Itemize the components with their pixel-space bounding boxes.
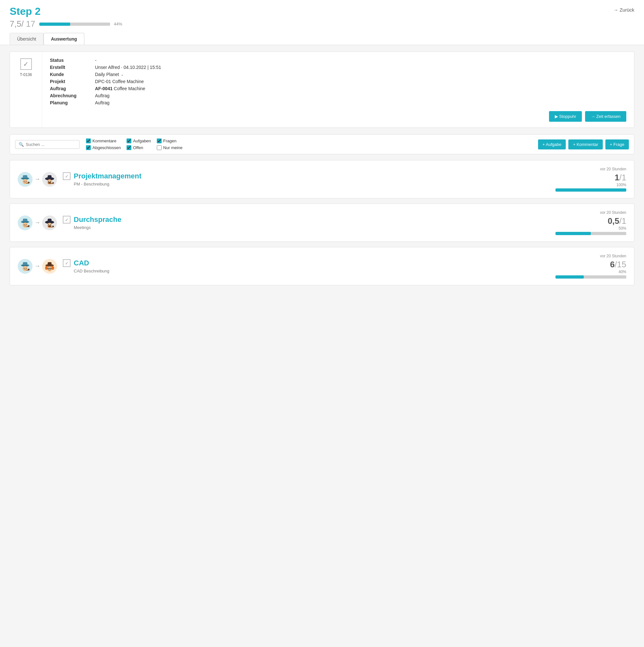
- abrechnung-value: Auftrag: [95, 93, 626, 98]
- cb-nur-meine[interactable]: Nur meine: [157, 145, 183, 150]
- stoppuhr-button[interactable]: ▶ Stoppuhr: [549, 111, 582, 122]
- task-check-small[interactable]: ✓: [63, 216, 71, 223]
- task-pct: 40%: [556, 270, 626, 274]
- task-check-small[interactable]: ✓: [63, 259, 71, 267]
- checkmark-icon: ✓: [23, 60, 29, 68]
- task-time-ago: vor 20 Stunden: [556, 210, 626, 215]
- progress-bar: [39, 22, 110, 26]
- status-value: -: [95, 58, 626, 63]
- svg-rect-39: [22, 265, 28, 266]
- arrow-icon: →: [34, 176, 40, 183]
- svg-point-24: [28, 225, 29, 227]
- task-row: → ✓ Durchsprache Meetings vor 20 S: [10, 204, 634, 242]
- task-pct: 100%: [556, 183, 626, 187]
- kunde-label: Kunde: [50, 72, 92, 77]
- task-row-title: ✓ Durchsprache: [63, 215, 550, 224]
- task-fraction: 1/1: [615, 172, 626, 182]
- tabs: Übersicht Auswertung: [10, 33, 634, 45]
- svg-point-26: [26, 224, 26, 225]
- planung-label: Planung: [50, 100, 92, 105]
- search-icon: 🔍: [19, 142, 24, 147]
- task-id: T-0136: [20, 72, 32, 77]
- svg-rect-29: [48, 219, 52, 223]
- svg-point-8: [26, 181, 26, 181]
- kunde-dropdown[interactable]: Daily Planet ⌄: [95, 72, 124, 77]
- svg-point-34: [48, 224, 49, 225]
- cb-kommentare[interactable]: Kommentare: [86, 139, 121, 143]
- task-check-small[interactable]: ✓: [63, 172, 71, 180]
- task-row-title: ✓ Projektmanagement: [63, 172, 550, 181]
- add-kommentar-button[interactable]: + Kommentar: [568, 139, 602, 149]
- auftrag-value: AF-0041 Coffee Machine: [95, 86, 626, 91]
- planung-value: Auftrag: [95, 100, 626, 105]
- task-info: ✓ Durchsprache Meetings: [63, 215, 550, 230]
- task-checkbox[interactable]: ✓: [20, 58, 32, 70]
- zeit-erfassen-button[interactable]: → Zeit erfassen: [585, 111, 626, 122]
- avatar-worker: [18, 172, 32, 187]
- task-row-desc: PM - Beschreibung: [74, 182, 550, 187]
- task-row: → ✓: [10, 160, 634, 198]
- task-stats: vor 20 Stunden 1/1 100%: [556, 167, 626, 192]
- kunde-value: Daily Planet ⌄: [95, 72, 626, 77]
- task-card-left: ✓ T-0136: [10, 52, 42, 128]
- task-row-desc: CAD Beschreibung: [74, 269, 550, 273]
- task-stats: vor 20 Stunden 0,5/1 50%: [556, 210, 626, 235]
- tab-ubersicht[interactable]: Übersicht: [10, 33, 44, 45]
- svg-point-44: [26, 268, 26, 268]
- chevron-down-icon: ⌄: [121, 72, 124, 77]
- task-card: ✓ T-0136 Status - Erstellt Unser Alfred …: [10, 52, 634, 128]
- task-buttons: ▶ Stoppuhr → Zeit erfassen: [50, 111, 626, 122]
- cb-abgeschlossen[interactable]: Abgeschlossen: [86, 145, 121, 150]
- cb-aufgaben[interactable]: Aufgaben: [127, 139, 151, 143]
- task-fraction: 0,5/1: [607, 216, 626, 226]
- step-score: 7,5/ 17: [10, 19, 35, 29]
- task-row-desc: Meetings: [74, 225, 550, 230]
- svg-rect-3: [22, 178, 28, 179]
- svg-point-33: [53, 225, 54, 227]
- arrow-icon: →: [34, 263, 40, 270]
- svg-point-42: [28, 269, 29, 270]
- svg-point-15: [53, 182, 54, 184]
- avatar-cad: [42, 259, 57, 274]
- svg-rect-11: [48, 175, 52, 179]
- action-buttons: + Aufgabe + Kommentar + Frage: [538, 139, 629, 149]
- task-progress-bar: [556, 232, 626, 235]
- add-aufgabe-button[interactable]: + Aufgabe: [538, 139, 566, 149]
- projekt-value: DPC-01 Coffee Machine: [95, 79, 626, 84]
- task-row-name: Durchsprache: [74, 215, 121, 224]
- add-frage-button[interactable]: + Frage: [605, 139, 629, 149]
- search-input[interactable]: [26, 142, 76, 147]
- filter-bar: 🔍 Kommentare Aufgaben Fragen Abgeschloss…: [10, 134, 634, 154]
- task-row-name: CAD: [74, 259, 89, 267]
- task-time-ago: vor 20 Stunden: [556, 167, 626, 171]
- filter-checkboxes: Kommentare Aufgaben Fragen Abgeschlossen…: [86, 139, 183, 150]
- cb-offen[interactable]: Offen: [127, 145, 151, 150]
- svg-point-49: [45, 266, 48, 270]
- svg-point-50: [52, 266, 54, 270]
- tab-auswertung[interactable]: Auswertung: [44, 33, 84, 45]
- task-card-right: Status - Erstellt Unser Alfred · 04.10.2…: [42, 52, 634, 128]
- avatar-group: →: [18, 172, 57, 187]
- step-title: Step 2: [10, 6, 634, 17]
- avatar-worker: [18, 259, 32, 274]
- avatar-detective: [42, 215, 57, 230]
- auftrag-label: Auftrag: [50, 86, 92, 91]
- projekt-label: Projekt: [50, 79, 92, 84]
- svg-point-17: [50, 181, 51, 182]
- cb-fragen[interactable]: Fragen: [157, 139, 183, 143]
- back-button[interactable]: → Zurück: [614, 7, 634, 13]
- erstellt-label: Erstellt: [50, 65, 92, 70]
- avatar-group: →: [18, 259, 57, 274]
- svg-point-35: [50, 224, 51, 225]
- task-row-name: Projektmanagement: [74, 172, 141, 181]
- task-fraction: 6/15: [610, 260, 626, 269]
- svg-point-7: [24, 181, 24, 181]
- search-wrap[interactable]: 🔍: [15, 140, 79, 149]
- svg-point-43: [24, 268, 24, 268]
- avatar-group: →: [18, 215, 57, 230]
- task-row-title: ✓ CAD: [63, 259, 550, 267]
- progress-percent: 44%: [114, 21, 122, 26]
- status-label: Status: [50, 58, 92, 63]
- svg-point-25: [24, 224, 24, 225]
- svg-point-54: [48, 268, 49, 269]
